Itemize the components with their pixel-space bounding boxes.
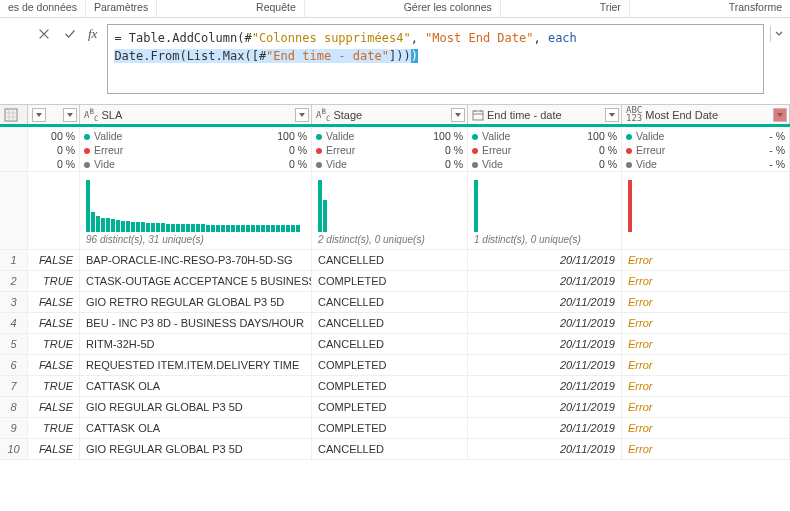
cell[interactable]: 20/11/2019 <box>468 271 622 291</box>
ribbon-tab[interactable]: es de données <box>0 0 86 17</box>
formula-input[interactable]: = Table.AddColumn(#"Colonnes supprimées4… <box>107 24 764 94</box>
ribbon-tab[interactable]: Paramètres <box>86 0 157 17</box>
cell[interactable]: 20/11/2019 <box>468 418 622 438</box>
cell-error[interactable]: Error <box>622 418 790 438</box>
calendar-icon <box>472 109 484 121</box>
cell-error[interactable]: Error <box>622 250 790 270</box>
cell[interactable]: TRUE <box>28 271 80 291</box>
column-menu-button[interactable] <box>605 108 619 122</box>
cell[interactable]: CANCELLED <box>312 313 468 333</box>
ribbon-tab[interactable]: Requête <box>248 0 305 17</box>
cell[interactable]: FALSE <box>28 250 80 270</box>
cell[interactable]: GIO REGULAR GLOBAL P3 5D <box>80 439 312 459</box>
column-menu-button[interactable] <box>451 108 465 122</box>
table-row[interactable]: 2TRUECTASK-OUTAGE ACCEPTANCE 5 BUSINESS … <box>0 271 790 292</box>
cell[interactable]: BEU - INC P3 8D - BUSINESS DAYS/HOUR <box>80 313 312 333</box>
column-distribution-row: 96 distinct(s), 31 unique(s) 2 distinct(… <box>0 172 790 250</box>
row-number: 2 <box>0 271 28 291</box>
column-quality-row: 00 % 0 % 0 % Valide100 % Erreur0 % Vide0… <box>0 127 790 172</box>
cell[interactable]: 20/11/2019 <box>468 397 622 417</box>
cell[interactable]: REQUESTED ITEM.ITEM.DELIVERY TIME <box>80 355 312 375</box>
cell[interactable]: FALSE <box>28 313 80 333</box>
cell[interactable]: CANCELLED <box>312 334 468 354</box>
table-row[interactable]: 6FALSEREQUESTED ITEM.ITEM.DELIVERY TIMEC… <box>0 355 790 376</box>
cell[interactable]: CANCELLED <box>312 292 468 312</box>
cell[interactable]: FALSE <box>28 397 80 417</box>
cell[interactable]: COMPLETED <box>312 271 468 291</box>
column-header[interactable] <box>28 105 80 124</box>
table-row[interactable]: 4FALSEBEU - INC P3 8D - BUSINESS DAYS/HO… <box>0 313 790 334</box>
any-type-icon: ABC123 <box>626 107 642 121</box>
table-row[interactable]: 1FALSEBAP-ORACLE-INC-RESO-P3-70H-5D-SGCA… <box>0 250 790 271</box>
cell-error[interactable]: Error <box>622 313 790 333</box>
ribbon-tabs: es de données Paramètres Requête Gérer l… <box>0 0 790 18</box>
table-row[interactable]: 9TRUECATTASK OLACOMPLETED20/11/2019Error <box>0 418 790 439</box>
cell[interactable]: FALSE <box>28 292 80 312</box>
cell[interactable]: CATTASK OLA <box>80 418 312 438</box>
check-icon <box>63 27 77 41</box>
cell-error[interactable]: Error <box>622 334 790 354</box>
ribbon-tab[interactable]: Transforme <box>721 0 790 17</box>
cancel-formula-button[interactable] <box>34 24 54 44</box>
table-row[interactable]: 5TRUERITM-32H-5DCANCELLED20/11/2019Error <box>0 334 790 355</box>
cell[interactable]: 20/11/2019 <box>468 439 622 459</box>
cell[interactable]: COMPLETED <box>312 418 468 438</box>
cell-error[interactable]: Error <box>622 397 790 417</box>
column-header-stage[interactable]: ABC Stage <box>312 105 468 124</box>
cell[interactable]: TRUE <box>28 376 80 396</box>
cell[interactable]: 20/11/2019 <box>468 292 622 312</box>
column-menu-button[interactable] <box>773 108 787 122</box>
table-row[interactable]: 10FALSEGIO REGULAR GLOBAL P3 5DCANCELLED… <box>0 439 790 460</box>
svg-rect-0 <box>5 109 17 121</box>
quality-most: Valide- % Erreur- % Vide- % <box>622 127 790 171</box>
column-header-most-end-date[interactable]: ABC123 Most End Date <box>622 105 790 124</box>
cell-error[interactable]: Error <box>622 292 790 312</box>
quality-sla: Valide100 % Erreur0 % Vide0 % <box>80 127 312 171</box>
cell[interactable]: CATTASK OLA <box>80 376 312 396</box>
ribbon-tab[interactable]: Trier <box>592 0 630 17</box>
cell[interactable]: 20/11/2019 <box>468 313 622 333</box>
cell[interactable]: TRUE <box>28 418 80 438</box>
row-number: 7 <box>0 376 28 396</box>
cell[interactable]: GIO REGULAR GLOBAL P3 5D <box>80 397 312 417</box>
table-row[interactable]: 8FALSEGIO REGULAR GLOBAL P3 5DCOMPLETED2… <box>0 397 790 418</box>
cell[interactable]: BAP-ORACLE-INC-RESO-P3-70H-5D-SG <box>80 250 312 270</box>
table-row[interactable]: 3FALSEGIO RETRO REGULAR GLOBAL P3 5DCANC… <box>0 292 790 313</box>
cell-error[interactable]: Error <box>622 355 790 375</box>
cell[interactable]: 20/11/2019 <box>468 355 622 375</box>
formula-bar: fx = Table.AddColumn(#"Colonnes supprimé… <box>0 18 790 104</box>
column-header-end-date[interactable]: End time - date <box>468 105 622 124</box>
filter-icon[interactable] <box>32 108 46 122</box>
cell-error[interactable]: Error <box>622 271 790 291</box>
cell[interactable]: GIO RETRO REGULAR GLOBAL P3 5D <box>80 292 312 312</box>
row-header-corner[interactable] <box>0 105 28 124</box>
distribution-sla: 96 distinct(s), 31 unique(s) <box>80 172 312 249</box>
table-row[interactable]: 7TRUECATTASK OLACOMPLETED20/11/2019Error <box>0 376 790 397</box>
cell[interactable]: COMPLETED <box>312 397 468 417</box>
text-type-icon: ABC <box>316 107 330 123</box>
cell[interactable]: COMPLETED <box>312 376 468 396</box>
expand-formula-button[interactable] <box>770 26 786 42</box>
cell[interactable]: CANCELLED <box>312 439 468 459</box>
cell[interactable]: CANCELLED <box>312 250 468 270</box>
cell[interactable]: CTASK-OUTAGE ACCEPTANCE 5 BUSINESS D… <box>80 271 312 291</box>
row-number: 1 <box>0 250 28 270</box>
cell[interactable]: TRUE <box>28 334 80 354</box>
cell[interactable]: COMPLETED <box>312 355 468 375</box>
ribbon-tab[interactable]: Gérer les colonnes <box>396 0 501 17</box>
cell-error[interactable]: Error <box>622 439 790 459</box>
cell[interactable]: 20/11/2019 <box>468 334 622 354</box>
commit-formula-button[interactable] <box>60 24 80 44</box>
column-menu-button[interactable] <box>63 108 77 122</box>
cell[interactable]: 20/11/2019 <box>468 250 622 270</box>
cell[interactable]: FALSE <box>28 439 80 459</box>
cell[interactable]: 20/11/2019 <box>468 376 622 396</box>
quality-stage: Valide100 % Erreur0 % Vide0 % <box>312 127 468 171</box>
column-header-sla[interactable]: ABC SLA <box>80 105 312 124</box>
cell-error[interactable]: Error <box>622 376 790 396</box>
distribution-most <box>622 172 790 249</box>
column-menu-button[interactable] <box>295 108 309 122</box>
row-number: 4 <box>0 313 28 333</box>
cell[interactable]: RITM-32H-5D <box>80 334 312 354</box>
cell[interactable]: FALSE <box>28 355 80 375</box>
